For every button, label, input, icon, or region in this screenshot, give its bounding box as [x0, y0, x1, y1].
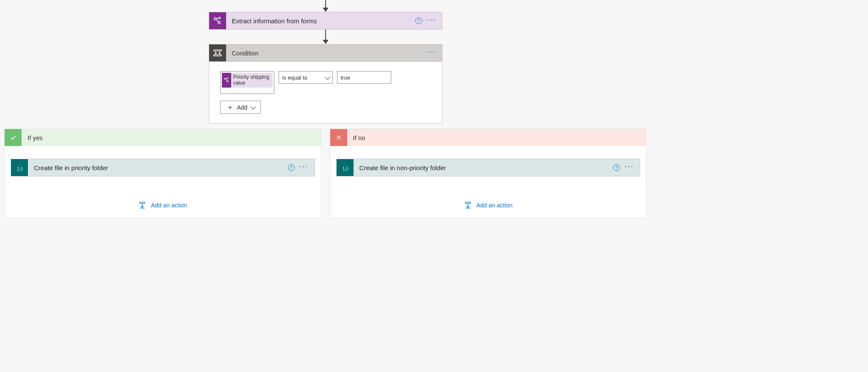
- condition-step[interactable]: Condition ···: [209, 44, 442, 124]
- if-yes-branch: If yes S Create file in priority folder: [4, 129, 321, 218]
- svg-point-10: [227, 78, 228, 79]
- checkmark-icon: [5, 129, 22, 146]
- if-yes-header[interactable]: If yes: [5, 129, 321, 146]
- step-title: Extract information from forms: [226, 17, 415, 25]
- condition-right-operand[interactable]: true: [337, 71, 391, 84]
- chevron-down-icon: [325, 74, 330, 80]
- create-file-priority-step[interactable]: S Create file in priority folder ? ···: [11, 159, 315, 176]
- svg-line-4: [216, 18, 219, 19]
- extract-information-step[interactable]: Extract information from forms ? ···: [209, 12, 442, 30]
- svg-line-12: [225, 79, 227, 81]
- svg-rect-29: [465, 202, 470, 204]
- more-menu-icon[interactable]: ···: [624, 166, 634, 169]
- svg-point-1: [218, 17, 220, 19]
- branch-label: If no: [347, 134, 371, 141]
- condition-title: Condition: [226, 50, 426, 57]
- more-menu-icon[interactable]: ···: [299, 166, 309, 169]
- connector-arrow: [323, 30, 329, 44]
- add-button-label: Add: [237, 104, 248, 111]
- step-title: Create file in priority folder: [28, 164, 288, 171]
- add-action-icon: [138, 201, 147, 209]
- condition-body: Priority shipping value is equal to true…: [209, 62, 442, 123]
- more-menu-icon[interactable]: ···: [426, 19, 436, 22]
- operator-value: is equal to: [282, 74, 307, 81]
- sharepoint-icon: S: [337, 159, 354, 176]
- dynamic-content-token[interactable]: Priority shipping value: [222, 73, 273, 88]
- sharepoint-icon: S: [11, 159, 28, 176]
- close-icon: [330, 129, 347, 146]
- if-no-header[interactable]: If no: [330, 129, 647, 146]
- ai-builder-icon: [222, 73, 231, 88]
- help-icon[interactable]: ?: [613, 164, 620, 171]
- connector-arrow: [323, 0, 329, 12]
- help-icon[interactable]: ?: [288, 164, 295, 171]
- svg-line-3: [216, 19, 218, 22]
- ai-builder-icon: [209, 12, 226, 29]
- branch-label: If yes: [22, 134, 49, 141]
- add-action-label: Add an action: [151, 202, 187, 209]
- token-label: Priority shipping value: [231, 73, 273, 88]
- condition-operator-dropdown[interactable]: is equal to: [279, 71, 333, 84]
- chevron-down-icon: [251, 104, 256, 110]
- plus-icon: ＋: [227, 104, 234, 111]
- create-file-nonpriority-step[interactable]: S Create file in non-priority folder ? ·…: [336, 159, 641, 176]
- add-an-action-button[interactable]: Add an action: [464, 201, 513, 209]
- add-condition-button[interactable]: ＋ Add: [220, 101, 261, 114]
- add-action-label: Add an action: [476, 202, 513, 209]
- add-action-icon: [464, 201, 472, 209]
- svg-rect-5: [213, 50, 221, 51]
- if-no-branch: If no S Create file in non-priority fold…: [330, 129, 647, 218]
- condition-header[interactable]: Condition ···: [209, 44, 442, 62]
- add-an-action-button[interactable]: Add an action: [138, 201, 187, 209]
- condition-icon: [209, 44, 226, 61]
- svg-rect-8: [213, 55, 221, 56]
- svg-rect-19: [140, 202, 145, 204]
- step-title: Create file in non-priority folder: [354, 164, 614, 171]
- svg-line-13: [226, 78, 227, 79]
- condition-value: true: [341, 74, 350, 81]
- more-menu-icon[interactable]: ···: [426, 51, 436, 55]
- condition-left-operand[interactable]: Priority shipping value: [220, 71, 274, 94]
- svg-text:S: S: [343, 166, 344, 170]
- help-icon[interactable]: ?: [415, 17, 422, 24]
- svg-text:S: S: [17, 166, 19, 170]
